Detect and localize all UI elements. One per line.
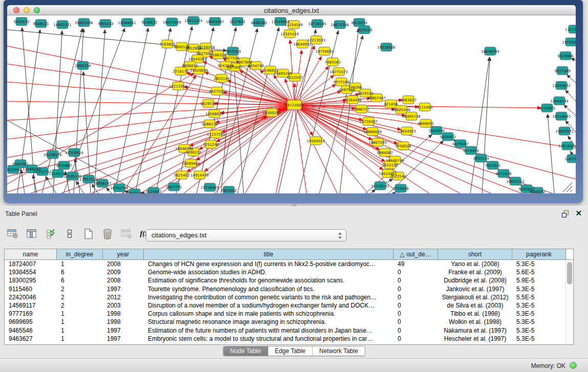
table-cell[interactable]: 5.3E-5 xyxy=(512,326,566,335)
column-stack-icon[interactable] xyxy=(63,227,76,240)
table-cell[interactable]: 18300295 xyxy=(5,276,57,285)
table-cell[interactable]: 0 xyxy=(394,335,438,343)
table-cell[interactable]: 0 xyxy=(394,318,438,326)
table-cell[interactable]: 5.6E-5 xyxy=(512,268,566,276)
table-cell[interactable]: Jankovic et al. (1997) xyxy=(438,285,512,293)
table-row[interactable]: 1938455462009Genome-wide association stu… xyxy=(5,268,573,276)
table-cell[interactable]: Hescheler et al. (1997) xyxy=(438,335,512,343)
table-settings-icon[interactable] xyxy=(6,227,19,240)
table-cell[interactable]: 5.3E-5 xyxy=(512,335,566,343)
network-canvas[interactable]: 1872400723226058982750516543382818632898… xyxy=(7,15,576,193)
table-cell[interactable]: 6 xyxy=(57,276,103,285)
table-row[interactable]: 969969511998Structural magnetic resonanc… xyxy=(5,318,573,326)
table-row[interactable]: 1872400712008Changes of HCN gene express… xyxy=(5,260,573,268)
column-header[interactable]: year xyxy=(103,249,144,259)
table-cell[interactable]: 1 xyxy=(57,335,103,343)
table-cell[interactable]: Estimation of significance thresholds fo… xyxy=(144,276,394,285)
table-row[interactable]: 1456911722003Disruption of a novel membe… xyxy=(5,301,573,310)
table-cell[interactable]: Embryonic stem cells: a model to study s… xyxy=(144,335,394,343)
table-cell[interactable]: 0 xyxy=(394,326,438,335)
table-cell[interactable]: 2008 xyxy=(103,260,144,268)
table-cell[interactable]: Yano et al. (2008) xyxy=(438,260,512,268)
table-cell[interactable]: 2009 xyxy=(103,268,144,276)
table-cell[interactable]: 2 xyxy=(57,285,103,293)
table-cell[interactable]: Stergiakouli et al. (2012) xyxy=(438,293,512,301)
table-cell[interactable]: 9115460 xyxy=(5,285,57,293)
table-row[interactable]: 1830029562008Estimation of significance … xyxy=(5,276,573,285)
table-cell[interactable]: 1997 xyxy=(103,326,144,335)
table-cell[interactable]: 1 xyxy=(57,318,103,326)
table-cell[interactable]: Franke et al. (2009) xyxy=(438,268,512,276)
table-cell[interactable]: 9463627 xyxy=(5,335,57,343)
table-cell[interactable]: 0 xyxy=(394,293,438,301)
table-cell[interactable]: Estimation of the future numbers of pati… xyxy=(144,326,394,335)
table-cell[interactable]: Genome-wide association studies in ADHD. xyxy=(144,268,394,276)
table-cell[interactable]: 1 xyxy=(57,326,103,335)
table-cell[interactable]: 5.5E-5 xyxy=(512,293,566,301)
select-columns-icon[interactable] xyxy=(44,227,57,240)
table-cell[interactable]: 18724007 xyxy=(5,260,57,268)
column-header[interactable]: pagerank xyxy=(512,249,566,259)
table-selector-dropdown[interactable]: citations_edges.txt xyxy=(146,229,346,242)
table-cell[interactable]: 0 xyxy=(394,301,438,310)
table-cell[interactable]: 14569117 xyxy=(5,301,57,310)
table-row[interactable]: 911546021997Tourette syndrome. Phenomeno… xyxy=(5,285,573,293)
table-cell[interactable]: 6 xyxy=(57,268,103,276)
table-cell[interactable]: 1998 xyxy=(103,318,144,326)
table-cell[interactable]: Structural magnetic resonance image aver… xyxy=(144,318,394,326)
delete-icon[interactable] xyxy=(101,227,114,240)
table-cell[interactable]: 9699695 xyxy=(5,318,57,326)
float-panel-icon[interactable] xyxy=(561,210,570,218)
table-cell[interactable]: 22420046 xyxy=(5,293,57,301)
table-cell[interactable]: 0 xyxy=(394,285,438,293)
table-columns-icon[interactable] xyxy=(25,227,38,240)
window-titlebar[interactable]: citations_edges.txt xyxy=(7,5,576,15)
scrollbar-thumb[interactable] xyxy=(567,262,572,285)
table-cell[interactable]: Tibbo et al. (1998) xyxy=(438,310,512,318)
table-cell[interactable]: 5.3E-5 xyxy=(512,318,566,326)
table-cell[interactable]: 19384554 xyxy=(5,268,57,276)
table-cell[interactable]: 1997 xyxy=(103,335,144,343)
column-header[interactable]: in_degree xyxy=(57,249,103,259)
table-cell[interactable]: 2 xyxy=(57,293,103,301)
table-cell[interactable]: 5.3E-5 xyxy=(512,285,566,293)
table-cell[interactable]: Changes of HCN gene expression and I(f) … xyxy=(144,260,394,268)
column-header[interactable]: △ out_de… xyxy=(394,249,438,259)
table-cell[interactable]: 1 xyxy=(57,310,103,318)
table-cell[interactable]: 5.9E-5 xyxy=(512,276,566,285)
table-cell[interactable]: Investigating the contribution of common… xyxy=(144,293,394,301)
table-cell[interactable]: 2012 xyxy=(103,293,144,301)
resize-grip-icon[interactable] xyxy=(563,183,572,192)
table-cell[interactable]: Wolkin et al. (1998) xyxy=(438,318,512,326)
table-cell[interactable]: 2008 xyxy=(103,276,144,285)
table-cell[interactable]: Corpus callosum shape and size in male p… xyxy=(144,310,394,318)
table-cell[interactable]: 5.3E-5 xyxy=(512,260,566,268)
table-cell[interactable]: Dudbridge et al. (2008) xyxy=(438,276,512,285)
table-cell[interactable]: 2003 xyxy=(103,301,144,310)
column-header[interactable]: name xyxy=(5,249,57,259)
table-row[interactable]: 2242004622012Investigating the contribut… xyxy=(5,293,573,301)
table-cell[interactable]: 5.3E-5 xyxy=(512,301,566,310)
column-header[interactable]: title xyxy=(144,249,394,259)
tab-node-table[interactable]: Node Table xyxy=(223,346,268,356)
table-cell[interactable]: de Silva et al. (2003) xyxy=(438,301,512,310)
table-cell[interactable]: 0 xyxy=(394,268,438,276)
table-row[interactable]: 977716911998Corpus callosum shape and si… xyxy=(5,310,573,318)
table-cell[interactable]: 2 xyxy=(57,301,103,310)
tab-edge-table[interactable]: Edge Table xyxy=(268,346,313,356)
close-panel-icon[interactable]: ✕ xyxy=(575,209,582,218)
table-cell[interactable]: 9465546 xyxy=(5,326,57,335)
column-header[interactable]: short xyxy=(438,249,512,259)
table-cell[interactable]: Disruption of a novel member of a sodium… xyxy=(144,301,394,310)
table-cell[interactable]: 49 xyxy=(394,260,438,268)
table-cell[interactable]: Tourette syndrome. Phenomenology and cla… xyxy=(144,285,394,293)
new-file-icon[interactable] xyxy=(82,227,95,240)
table-row[interactable]: 946554611997Estimation of the future num… xyxy=(5,326,573,335)
tab-network-table[interactable]: Network Table xyxy=(313,346,365,356)
table-cell[interactable]: 0 xyxy=(394,276,438,285)
table-cell[interactable]: 0 xyxy=(394,310,438,318)
table-cell[interactable]: Nakamura et al. (1997) xyxy=(438,326,512,335)
table-cell[interactable]: 1997 xyxy=(103,285,144,293)
memory-ok-indicator[interactable] xyxy=(570,362,577,369)
table-cell[interactable]: 5.3E-5 xyxy=(512,310,566,318)
